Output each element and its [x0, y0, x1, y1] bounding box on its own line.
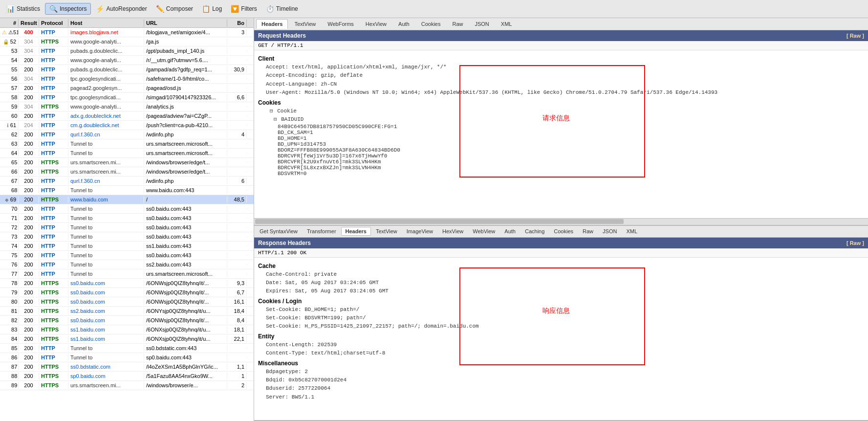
statistics-btn[interactable]: 📊 Statistics	[2, 3, 44, 14]
cell-url: ss0.baidu.com:443	[144, 252, 227, 259]
table-row[interactable]: 75 200 HTTP Tunnel to ss0.baidu.com:443	[0, 251, 254, 260]
cell-url: /5a1Fazu8AA54nxGko9W...	[144, 373, 227, 379]
table-row[interactable]: 58 200 HTTP tpc.googlesyndicati... /simg…	[0, 93, 254, 102]
cell-url: /6ONXsjp0QIZ8tyhnq/it/u...	[144, 326, 227, 333]
tab-raw[interactable]: Raw	[447, 19, 468, 29]
diamond-icon: ◆	[5, 197, 9, 202]
table-row[interactable]: 56 304 HTTP tpc.googlesyndicati... /safe…	[0, 74, 254, 84]
table-row[interactable]: ℹ 61 204 HTTP cm.g.doubleclick.net /push…	[0, 121, 254, 130]
table-row[interactable]: 🔒 52 304 HTTPS www.google-analyti... /ga…	[0, 37, 254, 46]
resp-tab-caching[interactable]: Caching	[521, 227, 549, 236]
baiduid-expand-icon[interactable]: ⊟	[274, 116, 277, 122]
resp-tab-transformer[interactable]: Transformer	[303, 227, 341, 236]
table-row[interactable]: ◆ 69 200 HTTPS www.baidu.com / 48,5	[0, 195, 254, 204]
tab-textview[interactable]: TextView	[289, 19, 321, 29]
cell-protocol: HTTP	[39, 177, 68, 184]
table-row[interactable]: 67 200 HTTP qurl.f.360.cn /wdinfo.php 6	[0, 177, 254, 186]
table-row[interactable]: 57 200 HTTP pagead2.googlesyn... /pagead…	[0, 84, 254, 93]
cell-num: 64	[0, 150, 19, 156]
cell-protocol: HTTPS	[39, 363, 68, 370]
response-raw-link[interactable]: [ Raw ]	[846, 240, 864, 246]
baiduid-label: ⊟ BAIDUID	[266, 115, 864, 124]
inspectors-btn[interactable]: 🔍 Inspectors	[45, 3, 91, 15]
table-row[interactable]: 62 200 HTTP qurl.f.360.cn /wdinfo.php 4	[0, 130, 254, 139]
cell-num: 62	[0, 131, 19, 138]
table-row[interactable]: 86 200 HTTP Tunnel to sp0.baidu.com:443	[0, 353, 254, 362]
resp-tab-auth[interactable]: Auth	[500, 227, 520, 236]
cell-protocol: HTTPS	[39, 317, 68, 324]
tab-json[interactable]: JSON	[469, 19, 494, 29]
timeline-icon: ⏱️	[266, 5, 274, 13]
table-row[interactable]: 73 200 HTTP Tunnel to ss0.baidu.com:443	[0, 232, 254, 242]
table-row[interactable]: 60 200 HTTP adx.g.doubleclick.net /pagea…	[0, 111, 254, 121]
resp-tab-raw[interactable]: Raw	[578, 227, 598, 236]
cell-num: 88	[0, 373, 19, 379]
cell-host: Tunnel to	[68, 270, 144, 277]
autoresponder-btn[interactable]: ⚡ AutoResponder	[92, 3, 151, 14]
resp-tab-imageview[interactable]: ImageView	[402, 227, 437, 236]
table-row[interactable]: 84 200 HTTPS ss1.baidu.com /6ONXsjp0QIZ8…	[0, 334, 254, 344]
col-header-body: Bo	[227, 19, 247, 27]
request-scrollbar[interactable]	[254, 218, 868, 225]
cell-url: /windows/browser/e...	[144, 382, 227, 389]
cell-protocol: HTTP	[39, 140, 68, 147]
table-row[interactable]: 81 200 HTTPS ss2.baidu.com /6ONYsjp0QIZ8…	[0, 307, 254, 316]
col-header-protocol: Protocol	[39, 19, 68, 27]
table-row[interactable]: 65 200 HTTPS urs.smartscreen.mi... /wind…	[0, 158, 254, 167]
resp-tab-json[interactable]: JSON	[598, 227, 621, 236]
tab-hexview[interactable]: HexView	[360, 19, 392, 29]
cookie-section: ⊟ Cookie ⊟ BAIDUID 84B9C64567DB818757950…	[262, 107, 864, 177]
filters-btn[interactable]: 🔽 Filters	[227, 3, 261, 14]
table-row[interactable]: 54 200 HTTP www.google-analyti... /r/__u…	[0, 56, 254, 65]
tab-xml[interactable]: XML	[496, 19, 518, 29]
table-row[interactable]: 88 200 HTTPS sp0.baidu.com /5a1Fazu8AA54…	[0, 372, 254, 381]
table-row[interactable]: 64 200 HTTP Tunnel to urs.smartscreen.mi…	[0, 149, 254, 158]
cell-result: 200	[19, 177, 39, 184]
cell-result: 200	[19, 94, 39, 101]
table-row[interactable]: 66 200 HTTPS urs.smartscreen.mi... /wind…	[0, 167, 254, 177]
cell-host: Tunnel to	[68, 243, 144, 249]
log-btn[interactable]: 📋 Log	[198, 3, 226, 14]
request-raw-link[interactable]: [ Raw ]	[846, 33, 864, 39]
table-row[interactable]: 79 200 HTTPS ss0.baidu.com /6ONWsjp0QIZ8…	[0, 288, 254, 297]
table-row[interactable]: 59 304 HTTPS www.google-analyti... /anal…	[0, 102, 254, 111]
table-row[interactable]: 63 200 HTTP Tunnel to urs.smartscreen.mi…	[0, 139, 254, 149]
resp-tab-syntaxview[interactable]: Get SyntaxView	[255, 227, 302, 236]
tab-cookies[interactable]: Cookies	[416, 19, 446, 29]
table-row[interactable]: 85 200 HTTP Tunnel to ss0.bdstatic.com:4…	[0, 344, 254, 353]
table-row[interactable]: 89 200 HTTPS urs.smartscreen.mi... /wind…	[0, 381, 254, 390]
cell-body	[227, 50, 247, 51]
table-row[interactable]: 77 200 HTTP Tunnel to urs.smartscreen.mi…	[0, 269, 254, 279]
tab-auth[interactable]: Auth	[393, 19, 415, 29]
tab-headers[interactable]: Headers	[256, 19, 288, 29]
resp-tab-cookies[interactable]: Cookies	[549, 227, 578, 236]
cell-body	[227, 171, 247, 172]
table-row[interactable]: 87 200 HTTPS ss0.bdstatic.com /l4oZeXSm1…	[0, 362, 254, 372]
table-row[interactable]: 83 200 HTTPS ss1.baidu.com /6ONXsjp0QIZ8…	[0, 325, 254, 334]
cell-host: Tunnel to	[68, 354, 144, 361]
table-row[interactable]: 80 200 HTTPS ss0.baidu.com /6ONWsjp0QIZ8…	[0, 297, 254, 307]
cell-host: ss1.baidu.com	[68, 335, 144, 342]
cell-result: 200	[19, 243, 39, 249]
composer-btn[interactable]: ✏️ Composer	[152, 3, 197, 14]
cell-host: ss0.baidu.com	[68, 289, 144, 296]
table-row[interactable]: 78 200 HTTPS ss0.baidu.com /6ONWsjp0QIZ8…	[0, 279, 254, 288]
table-row[interactable]: 71 200 HTTP Tunnel to ss0.baidu.com:443	[0, 214, 254, 223]
cookie-expand-icon[interactable]: ⊟	[270, 108, 273, 114]
resp-tab-headers[interactable]: Headers	[341, 227, 371, 236]
table-row[interactable]: 76 200 HTTP Tunnel to ss2.baidu.com:443	[0, 260, 254, 269]
tab-webforms[interactable]: WebForms	[322, 19, 359, 29]
timeline-btn[interactable]: ⏱️ Timeline	[262, 3, 302, 14]
table-row[interactable]: ⚠ ⚠51 400 HTTP images.blogjava.net /blog…	[0, 28, 254, 37]
table-row[interactable]: 82 200 HTTPS ss0.baidu.com /6ONWsjp0QIZ8…	[0, 316, 254, 325]
table-row[interactable]: 74 200 HTTP Tunnel to ss1.baidu.com:443	[0, 242, 254, 251]
resp-tab-webview[interactable]: WebView	[468, 227, 499, 236]
resp-tab-textview[interactable]: TextView	[371, 227, 402, 236]
resp-tab-hexview[interactable]: HexView	[438, 227, 468, 236]
table-row[interactable]: 72 200 HTTP Tunnel to ss0.baidu.com:443	[0, 223, 254, 232]
table-row[interactable]: 68 200 HTTP Tunnel to www.baidu.com:443	[0, 186, 254, 195]
resp-tab-xml[interactable]: XML	[622, 227, 642, 236]
table-row[interactable]: 53 304 HTTP pubads.g.doubleclic... /gpt/…	[0, 46, 254, 56]
table-row[interactable]: 70 200 HTTP Tunnel to ss0.baidu.com:443	[0, 204, 254, 214]
table-row[interactable]: 55 200 HTTP pubads.g.doubleclic... /gamp…	[0, 65, 254, 74]
